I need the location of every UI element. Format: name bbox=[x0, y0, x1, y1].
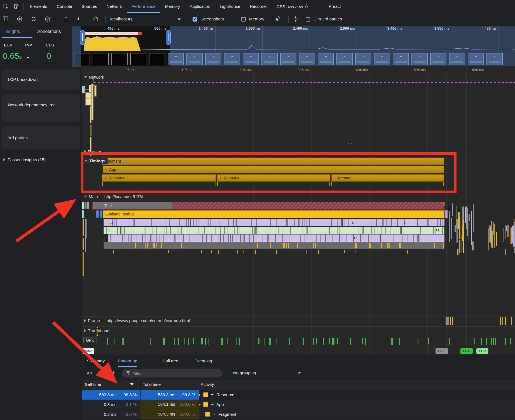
match-whole-word-button[interactable]: ab bbox=[111, 370, 116, 375]
memory-checkbox[interactable] bbox=[241, 17, 246, 22]
grouping-caret-icon[interactable] bbox=[298, 372, 301, 374]
tab-summary[interactable]: Summary bbox=[87, 355, 105, 367]
flame-chart[interactable]: 96 ms 196 ms 296 ms 396 ms 496 ms 596 ms… bbox=[82, 66, 515, 355]
tab-preact[interactable]: Preact bbox=[324, 0, 345, 13]
reload-record-icon[interactable] bbox=[30, 16, 38, 23]
dim-3rd-parties-label[interactable]: Dim 3rd parties bbox=[313, 17, 342, 21]
overview-time-label: 996 ms bbox=[137, 26, 166, 30]
timing-bar-resource-2[interactable]: Resource bbox=[217, 174, 330, 182]
overview-window-handle-right[interactable] bbox=[166, 30, 171, 45]
network-request-bar[interactable] bbox=[85, 92, 91, 99]
evaluate-module-bar[interactable]: Evaluate module bbox=[103, 210, 444, 218]
task-bar[interactable]: Task bbox=[92, 202, 444, 210]
divider bbox=[24, 3, 24, 10]
regex-button[interactable]: (.*) bbox=[97, 370, 103, 375]
timing-color-swatch bbox=[203, 402, 208, 407]
tab-bottom-up[interactable]: Bottom-up bbox=[118, 355, 137, 367]
grouping-dropdown[interactable]: No grouping bbox=[233, 370, 256, 375]
marker-nav[interactable]: Nav bbox=[83, 348, 94, 354]
history-dropdown-caret-icon[interactable] bbox=[177, 18, 181, 20]
import-profile-icon[interactable] bbox=[63, 16, 70, 23]
table-row[interactable]: 0.8 ms0.1 % 584.1 ms100.0 % App bbox=[82, 400, 515, 409]
tab-console[interactable]: Console bbox=[52, 0, 77, 13]
overview-dim-left bbox=[72, 26, 81, 66]
track-gpu-label[interactable]: GPU bbox=[83, 337, 97, 343]
network-request-bar[interactable] bbox=[90, 125, 92, 136]
tab-lighthouse[interactable]: Lighthouse bbox=[215, 0, 245, 13]
flame-row-js[interactable]: (...) (... (... bbox=[104, 219, 444, 226]
column-total-time[interactable]: Total time bbox=[143, 382, 161, 387]
track-threadpool-header[interactable]: Thread pool bbox=[84, 328, 110, 333]
screenshots-label[interactable]: Screenshots bbox=[200, 17, 224, 21]
collapse-triangle-icon bbox=[84, 76, 87, 78]
card-3rd-parties[interactable]: 3rd parties bbox=[2, 126, 80, 149]
record-icon[interactable] bbox=[16, 16, 24, 23]
expand-triangle-icon[interactable] bbox=[199, 393, 201, 396]
tab-performance[interactable]: Performance bbox=[127, 0, 160, 13]
collapse-sections-icon[interactable] bbox=[292, 16, 299, 23]
tab-css-overview[interactable]: CSS overview bbox=[272, 0, 313, 13]
timeline-overview[interactable]: 496 ms 996 ms 1,496 ms 1,996 ms 2,496 ms… bbox=[72, 26, 515, 67]
marker-fcp[interactable]: FCP bbox=[460, 348, 473, 354]
card-lcp-breakdown[interactable]: LCP breakdown bbox=[2, 69, 80, 90]
screenshots-checkbox[interactable] bbox=[193, 17, 197, 22]
overview-window-handle-left[interactable] bbox=[80, 30, 85, 45]
match-case-button[interactable]: Aa bbox=[87, 370, 92, 375]
track-timings-header[interactable]: Timings bbox=[83, 158, 108, 164]
card-network-dependency-tree[interactable]: Network dependency tree bbox=[2, 94, 80, 122]
marker-lcp[interactable]: LCP bbox=[476, 348, 488, 354]
inspect-element-icon[interactable] bbox=[0, 0, 11, 13]
flame-row-gc[interactable] bbox=[104, 242, 444, 249]
column-self-time[interactable]: Self time bbox=[85, 382, 101, 387]
history-dropdown[interactable]: localhost #1 bbox=[110, 17, 133, 21]
network-request-bar[interactable] bbox=[85, 99, 91, 105]
tab-sources[interactable]: Sources bbox=[77, 0, 102, 13]
network-request-bar[interactable] bbox=[94, 85, 97, 97]
gc-broom-icon[interactable] bbox=[274, 16, 282, 23]
details-panel: Summary Bottom-up Call tree Event log Aa… bbox=[82, 355, 515, 420]
cls-label: CLS bbox=[46, 43, 54, 47]
device-toolbar-icon[interactable] bbox=[11, 0, 22, 13]
table-row[interactable]: 583.3 ms99.8 % 583.3 ms99.8 % Resource bbox=[82, 390, 515, 400]
tab-elements[interactable]: Elements bbox=[25, 0, 52, 13]
marker-dcl[interactable]: DCL bbox=[436, 348, 448, 354]
export-profile-icon[interactable] bbox=[75, 16, 82, 23]
filter-input[interactable]: Filter bbox=[122, 369, 223, 377]
network-request-bar[interactable] bbox=[82, 86, 85, 93]
table-row[interactable]: 0.2 ms0.0 % 584.3 ms100.0 % Fragment bbox=[82, 409, 515, 419]
track-frame2-header[interactable]: Frame — https://www.google.com/search/wa… bbox=[84, 318, 190, 323]
tab-call-tree[interactable]: Call tree bbox=[163, 355, 178, 367]
timing-bar-fragment[interactable]: Fragment bbox=[102, 158, 444, 165]
track-network-header[interactable]: Network bbox=[84, 75, 104, 79]
ruler-label: 96 ms bbox=[107, 68, 135, 72]
network-request-bar[interactable] bbox=[90, 106, 92, 123]
flame-row-js[interactable]: O... O... bbox=[104, 227, 444, 234]
track-frames-header[interactable]: Frames bbox=[84, 149, 102, 154]
track-main-header[interactable]: Main — http://localhost:5173/ bbox=[84, 194, 143, 199]
column-activity[interactable]: Activity bbox=[201, 382, 214, 387]
tab-memory[interactable]: Memory bbox=[160, 0, 185, 13]
flame-row-js[interactable]: R... bbox=[108, 234, 444, 242]
timing-bar-resource-1[interactable]: Resource bbox=[102, 174, 216, 182]
dim-3rd-parties-checkbox[interactable] bbox=[306, 17, 310, 22]
clear-icon[interactable] bbox=[44, 16, 52, 23]
sidebar-tab-annotations[interactable]: Annotations bbox=[37, 29, 61, 34]
toggle-sidebar-icon[interactable] bbox=[2, 16, 10, 23]
tab-event-log[interactable]: Event log bbox=[195, 355, 212, 367]
sidebar-tab-insights[interactable]: Insights bbox=[4, 29, 20, 34]
timing-bar-app[interactable]: App bbox=[103, 166, 444, 173]
timing-bar-resource-3[interactable]: Resource bbox=[331, 174, 444, 182]
expand-triangle-icon[interactable] bbox=[199, 403, 201, 406]
timing-color-swatch bbox=[203, 392, 208, 397]
lcp-value: 0.65s bbox=[3, 51, 22, 61]
tab-recorder[interactable]: Recorder bbox=[245, 0, 272, 13]
network-request-bar[interactable] bbox=[91, 84, 93, 120]
home-icon[interactable] bbox=[92, 16, 100, 23]
tab-application[interactable]: Application bbox=[185, 0, 215, 13]
ruler-label: 496 ms bbox=[339, 68, 368, 72]
sort-descending-icon[interactable] bbox=[130, 383, 134, 386]
tab-network[interactable]: Network bbox=[102, 0, 127, 13]
memory-label[interactable]: Memory bbox=[249, 17, 264, 21]
overview-time-label: 2,496 ms bbox=[279, 26, 308, 30]
passed-insights-toggle[interactable]: Passed insights (15) bbox=[3, 157, 46, 162]
